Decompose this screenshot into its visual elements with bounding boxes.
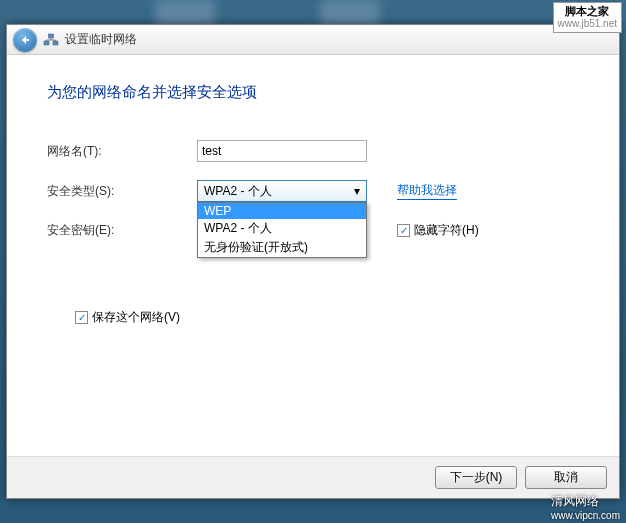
dropdown-option-wep[interactable]: WEP — [198, 203, 366, 219]
hide-chars-label: 隐藏字符(H) — [414, 222, 479, 239]
footer: 下一步(N) 取消 — [7, 456, 619, 498]
row-network-name: 网络名(T): — [47, 140, 579, 162]
svg-rect-2 — [49, 34, 54, 38]
watermark-bottom-right: 清风网络 www.vipcn.com — [551, 493, 620, 521]
hide-chars-wrap: ✓ 隐藏字符(H) — [397, 222, 479, 239]
wizard-window: 设置临时网络 为您的网络命名并选择安全选项 网络名(T): 安全类型(S): W… — [6, 24, 620, 499]
chevron-down-icon: ▾ — [350, 184, 364, 198]
back-button[interactable] — [13, 28, 37, 52]
hide-chars-checkbox[interactable]: ✓ — [397, 224, 410, 237]
save-network-checkbox[interactable]: ✓ — [75, 311, 88, 324]
dropdown-option-wpa2[interactable]: WPA2 - 个人 — [198, 219, 366, 238]
security-type-dropdown-list: WEP WPA2 - 个人 无身份验证(开放式) — [197, 202, 367, 258]
security-type-label: 安全类型(S): — [47, 183, 197, 200]
network-name-input[interactable] — [197, 140, 367, 162]
svg-rect-1 — [53, 41, 58, 45]
window-title: 设置临时网络 — [65, 31, 137, 48]
network-name-label: 网络名(T): — [47, 143, 197, 160]
content-area: 为您的网络命名并选择安全选项 网络名(T): 安全类型(S): WPA2 - 个… — [7, 55, 619, 456]
help-link[interactable]: 帮助我选择 — [397, 182, 457, 200]
titlebar: 设置临时网络 — [7, 25, 619, 55]
next-button[interactable]: 下一步(N) — [435, 466, 517, 489]
page-heading: 为您的网络命名并选择安全选项 — [47, 83, 579, 102]
svg-rect-0 — [44, 41, 49, 45]
arrow-left-icon — [19, 34, 31, 46]
row-save-network: ✓ 保存这个网络(V) — [75, 309, 579, 326]
security-type-selected: WPA2 - 个人 — [204, 183, 272, 200]
network-icon — [43, 33, 59, 47]
save-network-label: 保存这个网络(V) — [92, 309, 180, 326]
cancel-button[interactable]: 取消 — [525, 466, 607, 489]
watermark-top-right: 脚本之家 www.jb51.net — [553, 2, 622, 33]
security-type-dropdown[interactable]: WPA2 - 个人 ▾ — [197, 180, 367, 202]
security-key-label: 安全密钥(E): — [47, 222, 197, 239]
dropdown-option-open[interactable]: 无身份验证(开放式) — [198, 238, 366, 257]
row-security-type: 安全类型(S): WPA2 - 个人 ▾ WEP WPA2 - 个人 无身份验证… — [47, 180, 579, 202]
